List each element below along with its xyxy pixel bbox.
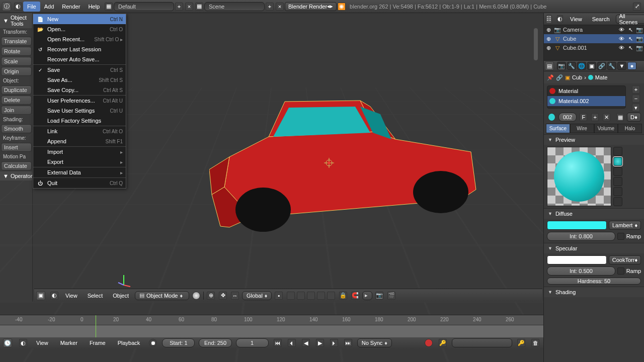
- menu-file[interactable]: File: [23, 2, 40, 12]
- 3d-menu-select[interactable]: Select: [84, 291, 107, 301]
- tool-scale[interactable]: Scale: [1, 57, 32, 66]
- mat-plus-icon[interactable]: +: [591, 113, 599, 121]
- snap-icon[interactable]: 🧲: [351, 292, 359, 300]
- screen-layout-field[interactable]: Default: [114, 2, 174, 11]
- preview-panel-header[interactable]: ▼Preview: [544, 134, 644, 145]
- file-menu-import[interactable]: Import ▸: [33, 147, 126, 157]
- file-menu-load-factory-settings[interactable]: Load Factory Settings: [33, 116, 126, 126]
- keyframe-next-icon[interactable]: ⏵: [330, 339, 338, 347]
- mat-name-field[interactable]: 002: [558, 113, 577, 122]
- crumb-mat[interactable]: Mate: [595, 74, 607, 80]
- outl-search[interactable]: Search: [588, 14, 614, 24]
- material-slot-list[interactable]: MaterialMaterial.002: [547, 85, 626, 109]
- splash-icon[interactable]: ◐: [14, 3, 22, 11]
- 3d-menu-object[interactable]: Object: [109, 291, 133, 301]
- file-menu-save-as-[interactable]: Save As...Shift Ctrl S: [33, 75, 126, 85]
- outliner-tree[interactable]: ⊕📷Camera👁↖📷⊕▽Cube👁↖📷⊕▽Cube.001👁↖📷: [544, 25, 644, 60]
- scene-browse-icon[interactable]: ▦: [195, 3, 203, 11]
- file-menu-open-[interactable]: 📂Open...Ctrl O: [33, 24, 126, 34]
- pin-icon[interactable]: 📌: [547, 74, 554, 81]
- link-icon[interactable]: 🔗: [556, 74, 563, 81]
- tool-rotate[interactable]: Rotate: [1, 47, 32, 56]
- prev-hair-icon[interactable]: [613, 187, 622, 196]
- scene-add-icon[interactable]: +: [266, 3, 274, 11]
- tab-wire[interactable]: Wire: [570, 124, 594, 133]
- play-reverse-icon[interactable]: ◀: [302, 339, 310, 347]
- 3dview-editor-icon[interactable]: ▣: [36, 291, 45, 300]
- file-menu-new[interactable]: 📄NewCtrl N: [33, 14, 126, 24]
- mat-x-icon[interactable]: ✕: [603, 113, 610, 121]
- diffuse-panel-header[interactable]: ▼Diffuse: [544, 208, 644, 219]
- render-engine-dropdown[interactable]: Blender Render◂▸: [285, 2, 337, 11]
- screen-browse-icon[interactable]: ▦: [105, 3, 113, 11]
- file-menu-recover-auto-save-[interactable]: Recover Auto Save...: [33, 54, 126, 64]
- tab-surface[interactable]: Surface: [546, 124, 570, 133]
- 3d-menu-view[interactable]: View: [61, 291, 82, 301]
- render-preview-icon[interactable]: 📷: [375, 292, 383, 300]
- sync-dropdown[interactable]: No Sync ♦: [357, 338, 392, 347]
- mat-nodes-icon[interactable]: ▦: [616, 113, 624, 121]
- keying-icon[interactable]: 🔑: [439, 339, 447, 347]
- tab-world-icon[interactable]: 🌐: [577, 62, 586, 70]
- tab-data-icon[interactable]: ▼: [617, 62, 626, 70]
- prev-cube-icon[interactable]: [613, 167, 622, 176]
- material-slot-material[interactable]: Material: [547, 86, 625, 96]
- mat-add-icon[interactable]: +: [632, 85, 640, 94]
- key-delete-icon[interactable]: 🗑: [531, 339, 539, 347]
- file-menu-user-preferences-[interactable]: User Preferences...Ctrl Alt U: [33, 96, 126, 106]
- specular-color-field[interactable]: [547, 255, 607, 264]
- layer-buttons[interactable]: [286, 292, 336, 300]
- diffuse-color-field[interactable]: [547, 221, 607, 230]
- record-icon[interactable]: [425, 339, 433, 347]
- keyframe-prev-icon[interactable]: ⏴: [288, 339, 296, 347]
- specular-hardness-field[interactable]: Hardness: 50: [547, 278, 641, 285]
- prev-world-icon[interactable]: [613, 197, 622, 206]
- mat-link-dropdown[interactable]: D♦: [627, 113, 641, 122]
- menu-help[interactable]: Help: [84, 2, 104, 12]
- expand-menus-icon[interactable]: ◐: [50, 292, 58, 300]
- expand-icon[interactable]: ⤢: [633, 3, 641, 11]
- timeline-canvas[interactable]: [0, 325, 543, 337]
- timeline-ruler[interactable]: -40-200204060801001201401601802002202402…: [0, 315, 543, 325]
- current-frame-field[interactable]: 1: [236, 338, 269, 347]
- outliner-item-camera[interactable]: ⊕📷Camera👁↖📷: [544, 25, 644, 34]
- diffuse-intensity-field[interactable]: Int: 0.800: [547, 232, 615, 241]
- file-menu-save-user-settings[interactable]: Save User SettingsCtrl U: [33, 106, 126, 116]
- prev-sphere-icon[interactable]: [613, 157, 622, 166]
- tab-render-icon[interactable]: 📷: [557, 62, 566, 70]
- tl-menu-marker[interactable]: Marker: [56, 338, 82, 348]
- specular-intensity-field[interactable]: Int: 0.500: [547, 266, 615, 276]
- keyingset-field[interactable]: [452, 338, 512, 347]
- material-slot-material.002[interactable]: Material.002: [547, 96, 625, 106]
- specular-ramp-checkbox[interactable]: [617, 267, 624, 275]
- autokey-icon[interactable]: ⏺: [149, 339, 157, 347]
- crumb-obj[interactable]: Cub: [572, 74, 582, 80]
- start-frame-field[interactable]: Start: 1: [162, 338, 195, 347]
- shading-solid-icon[interactable]: [192, 292, 200, 300]
- file-menu-export[interactable]: Export ▸: [33, 157, 126, 167]
- menu-add[interactable]: Add: [40, 2, 58, 12]
- end-frame-field[interactable]: End: 250: [199, 338, 231, 347]
- orientation-dropdown[interactable]: Global ♦: [242, 291, 272, 300]
- tab-halo[interactable]: Halo: [618, 124, 642, 133]
- shading-panel-header[interactable]: ▼Shading: [544, 287, 644, 297]
- tl-expand-icon[interactable]: ◐: [19, 339, 27, 347]
- mat-remove-icon[interactable]: −: [632, 95, 640, 103]
- mat-browse-icon[interactable]: [548, 113, 555, 121]
- mode-dropdown[interactable]: ▤ Object Mode ♦: [135, 291, 189, 300]
- prev-flat-icon[interactable]: [613, 147, 622, 156]
- diffuse-ramp-checkbox[interactable]: [617, 233, 624, 240]
- manip-trans-icon[interactable]: ↔: [231, 292, 239, 300]
- viewport-scrollbar[interactable]: [534, 28, 538, 60]
- outliner-item-cube[interactable]: ⊕▽Cube👁↖📷: [544, 34, 644, 43]
- outliner-editor-icon[interactable]: ☷: [546, 15, 552, 24]
- props-editor-icon[interactable]: ▤: [545, 61, 554, 70]
- key-insert-icon[interactable]: 🔑: [517, 339, 525, 347]
- pivot-icon[interactable]: ⊕: [207, 292, 215, 300]
- tab-volume[interactable]: Volume: [594, 124, 618, 133]
- tab-material-icon[interactable]: ●: [627, 62, 636, 70]
- mat-fake-icon[interactable]: F: [580, 113, 587, 121]
- screen-del-icon[interactable]: ×: [185, 3, 193, 11]
- jump-end-icon[interactable]: ⏭: [344, 339, 352, 347]
- file-menu-open-recent-[interactable]: Open Recent...Shift Ctrl O ▸: [33, 34, 126, 44]
